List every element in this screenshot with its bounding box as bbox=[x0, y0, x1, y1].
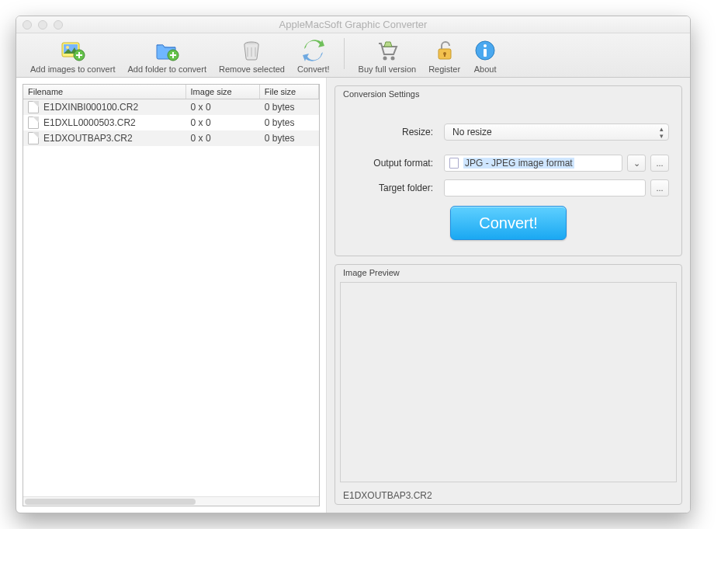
svg-point-7 bbox=[390, 57, 394, 61]
register-button[interactable]: Register bbox=[422, 38, 466, 74]
file-icon bbox=[28, 101, 39, 113]
window: AppleMacSoft Graphic Converter Add image… bbox=[16, 16, 691, 513]
file-table-header: Filename Image size File size bbox=[23, 85, 319, 99]
toolbar: Add images to convert Add folder to conv… bbox=[16, 33, 690, 78]
output-format-label: Output format: bbox=[348, 158, 433, 169]
convert-button[interactable]: Convert! bbox=[450, 206, 567, 240]
preview-filename: E1DXOUTBAP3.CR2 bbox=[335, 487, 681, 504]
horizontal-scrollbar[interactable] bbox=[23, 496, 319, 506]
content: Filename Image size File size E1DXINBI00… bbox=[16, 78, 690, 513]
traffic-lights bbox=[23, 20, 63, 30]
remove-selected-button[interactable]: Remove selected bbox=[213, 38, 291, 74]
col-image-size[interactable]: Image size bbox=[186, 85, 260, 99]
file-table[interactable]: Filename Image size File size E1DXINBI00… bbox=[23, 84, 320, 506]
image-preview-box bbox=[340, 282, 677, 482]
file-icon bbox=[28, 132, 39, 144]
lock-icon bbox=[432, 38, 457, 63]
chevron-updown-icon: ▴▾ bbox=[660, 126, 664, 140]
close-icon[interactable] bbox=[23, 20, 32, 30]
resize-label: Resize: bbox=[348, 127, 433, 137]
svg-rect-13 bbox=[484, 49, 487, 57]
cart-icon bbox=[375, 38, 400, 63]
image-preview-title: Image Preview bbox=[335, 265, 681, 282]
buy-button[interactable]: Buy full version bbox=[352, 38, 423, 74]
zoom-icon[interactable] bbox=[54, 20, 63, 30]
convert-toolbar-button[interactable]: Convert! bbox=[291, 38, 336, 74]
svg-rect-10 bbox=[444, 54, 445, 57]
add-folder-button[interactable]: Add folder to convert bbox=[121, 38, 213, 74]
target-folder-browse-button[interactable]: ... bbox=[650, 179, 669, 197]
toolbar-separator bbox=[344, 38, 345, 69]
document-icon bbox=[449, 158, 459, 169]
conversion-settings-panel: Conversion Settings Resize: No resize ▴▾… bbox=[335, 85, 682, 256]
convert-icon bbox=[301, 38, 326, 63]
file-table-body: E1DXINBI000100.CR2 0 x 0 0 bytes E1DXLL0… bbox=[23, 99, 319, 496]
table-row[interactable]: E1DXINBI000100.CR2 0 x 0 0 bytes bbox=[23, 99, 319, 115]
trash-icon bbox=[239, 38, 264, 63]
conversion-settings-title: Conversion Settings bbox=[335, 86, 681, 103]
chevron-down-icon: ⌄ bbox=[633, 158, 640, 169]
output-format-field[interactable]: JPG - JPEG image format bbox=[444, 155, 622, 172]
add-folder-icon bbox=[154, 38, 179, 63]
titlebar: AppleMacSoft Graphic Converter bbox=[16, 16, 690, 33]
resize-select[interactable]: No resize ▴▾ bbox=[444, 123, 669, 141]
output-format-options-button[interactable]: ... bbox=[650, 155, 669, 172]
col-file-size[interactable]: File size bbox=[260, 85, 319, 99]
target-folder-input[interactable] bbox=[444, 179, 646, 197]
svg-point-2 bbox=[66, 46, 69, 49]
right-pane: Conversion Settings Resize: No resize ▴▾… bbox=[327, 78, 690, 513]
minimize-icon[interactable] bbox=[38, 20, 47, 30]
svg-point-12 bbox=[484, 44, 487, 47]
window-title: AppleMacSoft Graphic Converter bbox=[16, 19, 690, 30]
add-images-icon bbox=[61, 38, 85, 63]
svg-point-6 bbox=[383, 57, 387, 61]
col-filename[interactable]: Filename bbox=[23, 85, 186, 99]
add-images-button[interactable]: Add images to convert bbox=[24, 38, 121, 74]
output-format-dropdown-button[interactable]: ⌄ bbox=[627, 155, 646, 172]
table-row[interactable]: E1DXLL0000503.CR2 0 x 0 0 bytes bbox=[23, 115, 319, 130]
file-list-pane: Filename Image size File size E1DXINBI00… bbox=[16, 78, 327, 513]
image-preview-panel: Image Preview E1DXOUTBAP3.CR2 bbox=[335, 264, 682, 505]
target-folder-label: Target folder: bbox=[348, 183, 433, 193]
file-icon bbox=[28, 117, 39, 129]
info-icon bbox=[473, 38, 497, 63]
about-button[interactable]: About bbox=[466, 38, 504, 74]
table-row[interactable]: E1DXOUTBAP3.CR2 0 x 0 0 bytes bbox=[23, 130, 319, 146]
